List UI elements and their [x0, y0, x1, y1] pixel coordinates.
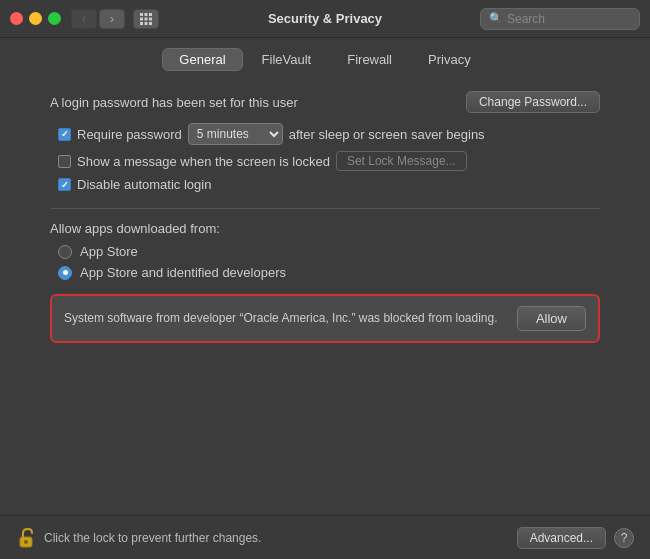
- search-icon: 🔍: [489, 12, 503, 25]
- advanced-button[interactable]: Advanced...: [517, 527, 606, 549]
- set-lock-message-button[interactable]: Set Lock Message...: [336, 151, 467, 171]
- show-message-row: Show a message when the screen is locked…: [58, 151, 600, 171]
- change-password-button[interactable]: Change Password...: [466, 91, 600, 113]
- search-bar[interactable]: 🔍: [480, 8, 640, 30]
- lock-icon: [18, 528, 34, 548]
- svg-rect-3: [140, 17, 143, 20]
- radio-group: App Store App Store and identified devel…: [50, 244, 600, 280]
- require-password-row: Require password 5 minutes immediately 5…: [58, 123, 600, 145]
- content-area: A login password has been set for this u…: [0, 79, 650, 353]
- show-message-label: Show a message when the screen is locked: [77, 154, 330, 169]
- radio-app-store-button[interactable]: [58, 245, 72, 259]
- svg-rect-8: [149, 22, 152, 25]
- tab-filevault[interactable]: FileVault: [245, 48, 329, 71]
- login-password-text: A login password has been set for this u…: [50, 95, 298, 110]
- require-password-checkbox[interactable]: [58, 128, 71, 141]
- minimize-button[interactable]: [29, 12, 42, 25]
- bottom-bar: Click the lock to prevent further change…: [0, 515, 650, 559]
- radio-app-store-label: App Store: [80, 244, 138, 259]
- tab-general[interactable]: General: [162, 48, 242, 71]
- tab-privacy[interactable]: Privacy: [411, 48, 488, 71]
- disable-login-checkbox[interactable]: [58, 178, 71, 191]
- svg-rect-4: [145, 17, 148, 20]
- blocked-software-box: System software from developer “Oracle A…: [50, 294, 600, 343]
- bottom-right: Advanced... ?: [517, 527, 634, 549]
- svg-rect-7: [145, 22, 148, 25]
- section-divider: [50, 208, 600, 209]
- svg-rect-0: [140, 13, 143, 16]
- allow-button[interactable]: Allow: [517, 306, 586, 331]
- grid-icon: [140, 13, 152, 25]
- blocked-software-text: System software from developer “Oracle A…: [64, 310, 505, 327]
- lock-text: Click the lock to prevent further change…: [44, 531, 261, 545]
- radio-app-store-identified: App Store and identified developers: [58, 265, 600, 280]
- maximize-button[interactable]: [48, 12, 61, 25]
- login-password-row: A login password has been set for this u…: [50, 91, 600, 113]
- nav-arrows: ‹ ›: [71, 9, 125, 29]
- title-bar: ‹ › Security & Privacy 🔍: [0, 0, 650, 38]
- help-button[interactable]: ?: [614, 528, 634, 548]
- window-title: Security & Privacy: [268, 11, 382, 26]
- allow-apps-section: Allow apps downloaded from: App Store Ap…: [50, 221, 600, 280]
- lock-area[interactable]: Click the lock to prevent further change…: [16, 527, 261, 549]
- close-button[interactable]: [10, 12, 23, 25]
- svg-rect-1: [145, 13, 148, 16]
- radio-app-store: App Store: [58, 244, 600, 259]
- options-section: Require password 5 minutes immediately 5…: [50, 123, 600, 192]
- svg-point-10: [24, 540, 28, 544]
- grid-button[interactable]: [133, 9, 159, 29]
- allow-apps-label: Allow apps downloaded from:: [50, 221, 600, 236]
- disable-login-label: Disable automatic login: [77, 177, 211, 192]
- require-password-prefix: Require password: [77, 127, 182, 142]
- disable-login-row: Disable automatic login: [58, 177, 600, 192]
- search-input[interactable]: [507, 12, 631, 26]
- back-button[interactable]: ‹: [71, 9, 97, 29]
- password-timeout-dropdown[interactable]: 5 minutes immediately 5 seconds 1 minute…: [188, 123, 283, 145]
- lock-icon-wrap: [16, 527, 36, 549]
- svg-rect-2: [149, 13, 152, 16]
- window-controls: [10, 12, 61, 25]
- radio-app-store-identified-label: App Store and identified developers: [80, 265, 286, 280]
- radio-app-store-identified-button[interactable]: [58, 266, 72, 280]
- tab-firewall[interactable]: Firewall: [330, 48, 409, 71]
- tab-bar: General FileVault Firewall Privacy: [0, 38, 650, 79]
- forward-button[interactable]: ›: [99, 9, 125, 29]
- svg-rect-6: [140, 22, 143, 25]
- show-message-checkbox[interactable]: [58, 155, 71, 168]
- require-password-suffix: after sleep or screen saver begins: [289, 127, 485, 142]
- svg-rect-5: [149, 17, 152, 20]
